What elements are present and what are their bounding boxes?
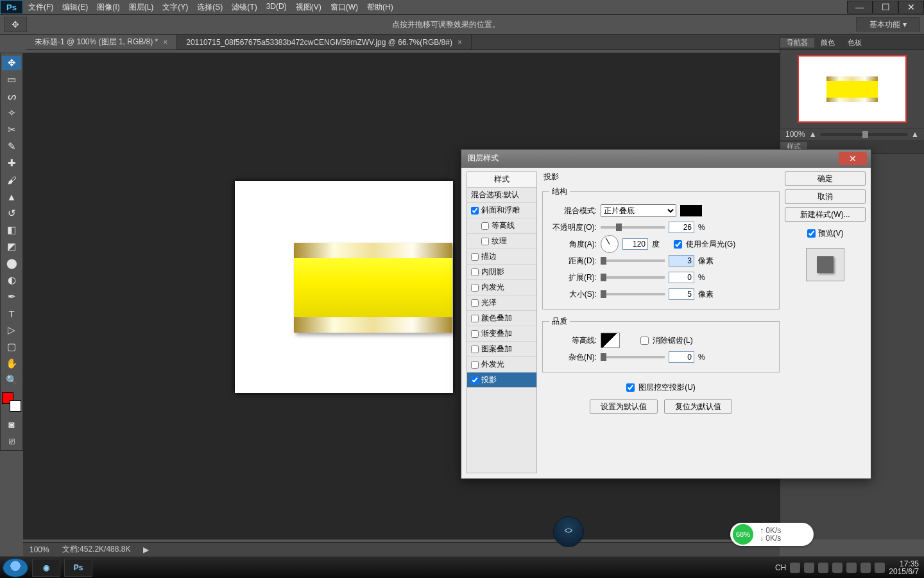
ime-indicator[interactable]: CH [775, 563, 786, 572]
angle-dial[interactable] [601, 235, 619, 253]
knockout-checkbox[interactable] [626, 383, 635, 392]
type-tool[interactable]: T [2, 306, 21, 320]
hand-tool[interactable]: ✋ [2, 356, 21, 371]
menu-item[interactable]: 窗口(W) [330, 2, 358, 13]
start-button[interactable] [3, 558, 28, 577]
document-tab[interactable]: 未标题-1 @ 100% (图层 1, RGB/8) *× [26, 35, 177, 49]
style-row[interactable]: 光泽 [467, 295, 536, 311]
style-row[interactable]: 颜色叠加 [467, 311, 536, 326]
style-row[interactable]: 渐变叠加 [467, 326, 536, 342]
noise-slider[interactable] [601, 356, 665, 358]
pen-tool[interactable]: ✒ [2, 290, 21, 304]
opacity-slider[interactable] [601, 226, 665, 229]
shadow-color-swatch[interactable] [680, 205, 702, 216]
menu-item[interactable]: 滤镜(T) [232, 2, 257, 13]
new-style-button[interactable]: 新建样式(W)... [785, 207, 866, 222]
shape-tool[interactable]: ▢ [2, 340, 21, 354]
blend-mode-select[interactable]: 正片叠底 [601, 204, 676, 217]
eraser-tool[interactable]: ◧ [2, 223, 21, 237]
gradient-tool[interactable]: ◩ [2, 240, 21, 254]
zoom-in-icon[interactable]: ▲ [911, 130, 919, 139]
healing-tool[interactable]: ✚ [2, 156, 21, 170]
style-row[interactable]: 内发光 [467, 280, 536, 295]
reset-default-button[interactable]: 复位为默认值 [664, 399, 732, 414]
style-checkbox[interactable] [471, 315, 479, 322]
magic-wand-tool[interactable]: ✧ [2, 106, 21, 120]
menu-item[interactable]: 文字(Y) [162, 2, 188, 13]
style-row[interactable]: 内阴影 [467, 265, 536, 280]
style-checkbox[interactable] [471, 376, 479, 384]
style-row[interactable]: 描边 [467, 249, 536, 265]
eyedropper-tool[interactable]: ✎ [2, 139, 21, 153]
taskbar-app-browser[interactable]: ◉ [32, 559, 60, 577]
close-icon[interactable]: × [458, 38, 462, 47]
tray-icon[interactable] [832, 563, 843, 573]
path-select-tool[interactable]: ▷ [2, 323, 21, 337]
marquee-tool[interactable]: ▭ [2, 73, 21, 87]
contour-picker[interactable] [601, 333, 620, 348]
workspace-switcher[interactable]: 基本功能 ▾ [856, 17, 920, 31]
antialias-checkbox[interactable] [640, 337, 649, 345]
angle-input[interactable] [622, 238, 648, 250]
background-swatch[interactable] [10, 400, 21, 412]
screenmode-toggle[interactable]: ⎚ [2, 434, 21, 448]
menu-item[interactable]: 帮助(H) [367, 2, 393, 13]
style-checkbox[interactable] [481, 222, 489, 230]
cancel-button[interactable]: 取消 [785, 189, 866, 204]
history-brush-tool[interactable]: ↺ [2, 206, 21, 220]
preview-checkbox[interactable] [807, 229, 816, 238]
move-tool[interactable]: ✥ [2, 56, 21, 70]
menu-item[interactable]: 视图(V) [296, 2, 321, 13]
use-global-light-checkbox[interactable] [674, 240, 682, 249]
current-tool-indicator[interactable]: ✥ [4, 17, 27, 32]
ok-button[interactable]: 确定 [785, 171, 866, 186]
tray-icon[interactable] [875, 563, 885, 573]
panel-tab[interactable]: 色板 [841, 38, 868, 48]
size-input[interactable] [669, 288, 694, 300]
style-checkbox[interactable] [471, 346, 479, 353]
style-row[interactable]: 图案叠加 [467, 342, 536, 357]
navigator-zoom-slider[interactable] [821, 133, 908, 136]
window-close-button[interactable]: ✕ [898, 1, 924, 13]
status-doc-size[interactable]: 文档:452.2K/488.8K [62, 544, 131, 555]
style-checkbox[interactable] [471, 284, 479, 292]
make-default-button[interactable]: 设置为默认值 [590, 399, 658, 414]
close-icon[interactable]: × [163, 38, 167, 47]
size-slider[interactable] [601, 293, 665, 295]
document-tab[interactable]: 20110715_08f567675a53383b472cwCENGM59mZW… [177, 35, 472, 49]
style-row[interactable]: 等高线 [467, 218, 536, 234]
style-row[interactable]: 斜面和浮雕 [467, 203, 536, 218]
distance-slider[interactable] [601, 259, 665, 262]
style-checkbox[interactable] [481, 238, 489, 245]
menu-item[interactable]: 图层(L) [129, 2, 154, 13]
distance-input[interactable] [669, 255, 694, 267]
zoom-tool[interactable]: 🔍 [2, 373, 21, 387]
brush-tool[interactable]: 🖌 [2, 173, 21, 187]
style-row[interactable]: 外发光 [467, 357, 536, 372]
menu-item[interactable]: 图像(I) [97, 2, 119, 13]
style-checkbox[interactable] [471, 268, 479, 276]
navigator-thumbnail[interactable] [798, 55, 907, 123]
spread-input[interactable] [669, 272, 694, 283]
crop-tool[interactable]: ✂ [2, 123, 21, 137]
tray-icon[interactable] [860, 563, 871, 573]
quickmask-toggle[interactable]: ◙ [2, 417, 21, 431]
menu-item[interactable]: 编辑(E) [62, 2, 88, 13]
blur-tool[interactable]: ⬤ [2, 256, 21, 270]
taskbar-app-photoshop[interactable]: Ps [64, 559, 92, 577]
wifi-icon[interactable]: ⌔ [553, 516, 584, 547]
style-checkbox[interactable] [471, 361, 479, 369]
network-speed-widget[interactable]: 68% ↑ 0K/s ↓ 0K/s [730, 523, 814, 546]
tray-icon[interactable] [846, 563, 857, 573]
window-maximize-button[interactable]: ☐ [873, 1, 898, 13]
dodge-tool[interactable]: ◐ [2, 273, 21, 287]
stamp-tool[interactable]: ▲ [2, 189, 21, 204]
lasso-tool[interactable]: ᔕ [2, 89, 21, 103]
spread-slider[interactable] [601, 276, 665, 279]
menu-item[interactable]: 文件(F) [28, 2, 53, 13]
noise-input[interactable] [669, 351, 694, 363]
style-checkbox[interactable] [471, 253, 479, 261]
style-row[interactable]: 纹理 [467, 234, 536, 249]
taskbar-clock[interactable]: 17:35 2015/6/7 [889, 560, 919, 575]
tray-icon[interactable] [804, 563, 814, 573]
